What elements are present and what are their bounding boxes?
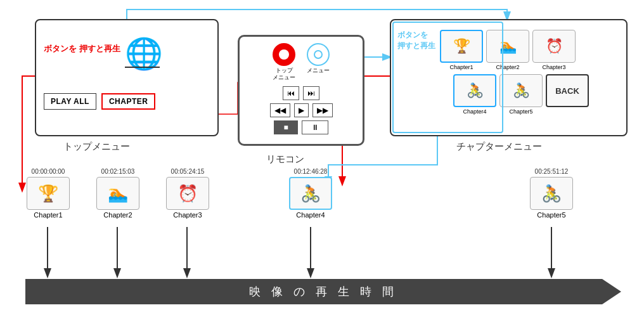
chapter3-thumb-container: ⏰ Chapter3 [532, 30, 576, 70]
timeline-chapter3: 00:05:24:15 ⏰ Chapter3 [166, 168, 209, 219]
timeline-ch3-time: 00:05:24:15 [171, 168, 205, 175]
play-btn-remote[interactable]: ▶ [294, 103, 309, 117]
top-menu-remote-btn[interactable] [273, 43, 295, 66]
top-menu-panel: 🌐 ボタンを 押すと再生 PLAY ALL CHAPTER [35, 19, 219, 136]
menu-btn-wrapper: メニュー [307, 43, 330, 81]
top-menu-remote-label: トップメニュー [273, 67, 295, 81]
top-menu-btn-wrapper: トップメニュー [273, 43, 295, 81]
chapter3-thumb-label: Chapter3 [542, 64, 565, 70]
chapter5-thumb-container: 🚴 Chapter5 [499, 74, 543, 115]
chapter4-thumb-container: 🚴 Chapter4 [453, 74, 496, 115]
timeline-ch3-thumb: ⏰ [166, 177, 209, 210]
timeline-ch4-thumb: 🚴 [289, 177, 332, 210]
chapter2-thumb[interactable]: 🏊 [486, 30, 529, 63]
timeline-ch2-label: Chapter2 [103, 211, 132, 219]
timeline-ch4-label: Chapter4 [296, 211, 325, 219]
menu-remote-btn[interactable] [307, 43, 330, 66]
chapter-menu-label: チャプターメニュー [456, 141, 542, 153]
timeline-ch3-label: Chapter3 [173, 211, 202, 219]
button-play-text-chapter: ボタンを押すと再生 [397, 30, 435, 70]
timeline-chapter5: 00:25:51:12 🚴 Chapter5 [530, 168, 573, 219]
timeline-ch5-time: 00:25:51:12 [535, 168, 569, 175]
timeline-ch5-thumb: 🚴 [530, 177, 573, 210]
timeline-ch1-label: Chapter1 [34, 211, 62, 219]
chapter5-thumb-label: Chapter5 [509, 108, 532, 115]
timeline-ch1-thumb: 🏆 [27, 177, 70, 210]
main-container: 🌐 ボタンを 押すと再生 PLAY ALL CHAPTER トップメニュー トッ… [0, 0, 644, 317]
timeline-ch1-time: 00:00:00:00 [32, 168, 65, 175]
timeline-ch5-label: Chapter5 [537, 211, 565, 219]
stop-btn[interactable]: ■ [274, 120, 297, 134]
timeline-ch2-thumb: 🏊 [96, 177, 139, 210]
timeline-ch4-time: 00:12:46:28 [294, 168, 328, 175]
chapter5-thumb[interactable]: 🚴 [499, 74, 543, 107]
remote-panel: トップメニュー メニュー ⏮ ⏭ ◀◀ ▶ ▶▶ ■ ⏸ [238, 35, 364, 146]
chapter3-thumb[interactable]: ⏰ [532, 30, 576, 63]
remote-label: リモコン [266, 153, 304, 165]
play-all-button[interactable]: PLAY ALL [44, 93, 96, 110]
chapter4-thumb-label: Chapter4 [463, 108, 486, 115]
timeline-chapter1: 00:00:00:00 🏆 Chapter1 [27, 168, 70, 219]
next-chapter-btn[interactable]: ⏭ [303, 86, 319, 100]
chapter-button[interactable]: CHAPTER [101, 93, 156, 110]
fast-forward-btn[interactable]: ▶▶ [312, 103, 333, 117]
prev-chapter-btn[interactable]: ⏮ [283, 86, 299, 100]
chapter4-thumb[interactable]: 🚴 [453, 74, 496, 107]
top-menu-label: トップメニュー [63, 141, 130, 153]
menu-remote-label: メニュー [307, 67, 330, 74]
timeline-chapter2: 00:02:15:03 🏊 Chapter2 [96, 168, 139, 219]
chapter2-thumb-label: Chapter2 [496, 64, 519, 70]
timeline-chapter4: 00:12:46:28 🚴 Chapter4 [289, 168, 332, 219]
back-button[interactable]: BACK [546, 74, 589, 107]
timeline-bar-text: 映 像 の 再 生 時 間 [249, 284, 397, 299]
chapter2-thumb-container: 🏊 Chapter2 [486, 30, 529, 70]
pause-btn[interactable]: ⏸ [302, 120, 328, 134]
timeline-ch2-time: 00:02:15:03 [101, 168, 135, 175]
chapter-menu-panel: ボタンを押すと再生 🏆 Chapter1 🏊 Chapter2 ⏰ [390, 19, 628, 136]
timeline-bar: 映 像 の 再 生 時 間 [25, 279, 621, 304]
chapter1-thumb[interactable]: 🏆 [440, 30, 483, 63]
rewind-btn[interactable]: ◀◀ [270, 103, 290, 117]
chapter1-thumb-container: 🏆 Chapter1 [440, 30, 483, 70]
button-play-text-top: ボタンを 押すと再生 [44, 42, 120, 55]
chapter1-thumb-label: Chapter1 [449, 64, 473, 70]
back-btn-container: BACK [546, 74, 589, 115]
